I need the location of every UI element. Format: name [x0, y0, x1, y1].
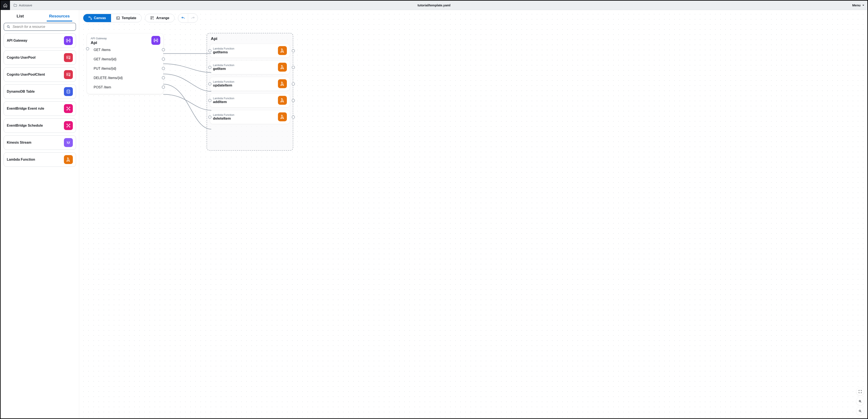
api-route[interactable]: DELETE /items/{id}: [91, 73, 159, 83]
resource-label: EventBridge Schedule: [7, 124, 43, 127]
cognito-icon: [64, 70, 73, 79]
resource-label: Kinesis Stream: [7, 141, 31, 145]
node-name: deleteItem: [213, 116, 234, 121]
output-port[interactable]: [292, 66, 295, 69]
lambda-icon: [278, 46, 287, 55]
zoom-out-button[interactable]: [856, 407, 864, 415]
output-port[interactable]: [162, 48, 165, 52]
output-port[interactable]: [162, 86, 165, 89]
node-lambda[interactable]: Lambda FunctionupdateItem: [210, 77, 290, 91]
resource-item[interactable]: API Gateway: [4, 33, 76, 48]
route-label: GET /items/{id}: [94, 57, 116, 61]
cognito-icon: [64, 53, 73, 62]
canvas-toolbar: Canvas Template Arrange: [83, 13, 198, 23]
resource-item[interactable]: EventBridge Schedule: [4, 118, 76, 133]
output-port[interactable]: [292, 99, 295, 102]
menu-button[interactable]: Menu: [852, 3, 865, 7]
lambda-icon: [278, 63, 287, 71]
svg-point-9: [69, 107, 70, 108]
resource-label: EventBridge Event rule: [7, 107, 44, 111]
input-port[interactable]: [208, 116, 212, 119]
canvas-icon: [88, 16, 92, 20]
node-category: API Gateway: [91, 37, 159, 40]
fit-icon: [859, 390, 862, 393]
output-port[interactable]: [162, 76, 165, 80]
node-lambda[interactable]: Lambda FunctiongetItems: [210, 44, 290, 58]
svg-rect-22: [152, 17, 153, 18]
canvas-area: Canvas Template Arrange: [79, 10, 867, 418]
node-lambda[interactable]: Lambda FunctiondeleteItem: [210, 110, 290, 124]
home-icon: [3, 3, 7, 7]
node-name: getItems: [213, 50, 234, 54]
resource-item[interactable]: Cognito UserPool: [4, 50, 76, 65]
input-port[interactable]: [208, 49, 212, 53]
zoom-in-button[interactable]: [856, 397, 864, 405]
output-port[interactable]: [292, 49, 295, 53]
svg-rect-18: [89, 17, 90, 18]
fit-view-button[interactable]: [856, 388, 864, 395]
connections: [79, 10, 867, 418]
api-route[interactable]: GET /items: [91, 45, 159, 54]
node-category: Lambda Function: [213, 80, 234, 83]
input-port[interactable]: [208, 83, 212, 86]
eventbridge-icon: [64, 121, 73, 130]
output-port[interactable]: [292, 116, 295, 119]
tab-list[interactable]: List: [1, 10, 40, 22]
node-name: updateItem: [213, 83, 234, 88]
view-canvas-button[interactable]: Canvas: [83, 14, 111, 22]
route-label: PUT /items/{id}: [94, 67, 116, 70]
output-port[interactable]: [292, 83, 295, 86]
svg-point-2: [67, 57, 68, 58]
zoom-in-icon: [859, 400, 862, 403]
view-template-button[interactable]: Template: [111, 14, 142, 22]
search-input[interactable]: [12, 25, 73, 29]
group-api[interactable]: Api Lambda FunctiongetItemsLambda Functi…: [207, 33, 293, 151]
main: List Resources API GatewayCognito UserPo…: [1, 10, 867, 418]
resource-item[interactable]: EventBridge Event rule: [4, 101, 76, 116]
api-route[interactable]: PUT /items/{id}: [91, 64, 159, 73]
api-route[interactable]: POST /item: [91, 83, 159, 92]
node-name: Api: [91, 40, 159, 45]
node-category: Lambda Function: [213, 113, 234, 116]
tab-resources[interactable]: Resources: [40, 10, 79, 22]
node-lambda[interactable]: Lambda FunctiongetItem: [210, 61, 290, 74]
output-port[interactable]: [162, 58, 165, 61]
resource-item[interactable]: Kinesis Stream: [4, 136, 76, 150]
redo-button[interactable]: [188, 13, 198, 23]
resource-item[interactable]: Lambda Function: [4, 152, 76, 167]
node-api-gateway[interactable]: API Gateway Api GET /itemsGET /items/{id…: [87, 33, 163, 94]
input-port[interactable]: [208, 99, 212, 102]
search-input-wrap[interactable]: [4, 23, 76, 31]
resource-label: Cognito UserPool: [7, 56, 35, 59]
resource-item[interactable]: DynamoDB Table: [4, 84, 76, 99]
sidebar-tabs: List Resources: [1, 10, 79, 22]
input-port[interactable]: [208, 66, 212, 69]
svg-point-14: [69, 124, 70, 125]
file-title: tutorial/template.yaml: [417, 3, 451, 7]
node-lambda[interactable]: Lambda FunctionaddItem: [210, 94, 290, 107]
output-port[interactable]: [162, 67, 165, 70]
svg-point-5: [67, 74, 68, 75]
folder-icon: [13, 3, 17, 7]
api-input-port[interactable]: [86, 47, 89, 50]
undo-button[interactable]: [178, 13, 188, 23]
view-template-label: Template: [122, 16, 136, 20]
chevron-down-icon: [862, 4, 865, 7]
redo-icon: [191, 16, 195, 20]
node-category: Lambda Function: [213, 97, 234, 100]
resource-item[interactable]: Cognito UserPoolClient: [4, 67, 76, 82]
view-segment: Canvas Template: [83, 14, 142, 22]
arrange-label: Arrange: [156, 16, 169, 20]
zoom-controls: [856, 388, 864, 415]
route-label: POST /item: [94, 85, 111, 89]
lambda-icon: [278, 79, 287, 88]
eventbridge-icon: [64, 104, 73, 113]
home-button[interactable]: [1, 1, 10, 10]
arrange-button[interactable]: Arrange: [145, 14, 175, 22]
svg-rect-21: [151, 17, 152, 18]
svg-point-17: [68, 125, 69, 126]
svg-point-16: [69, 126, 70, 127]
svg-rect-23: [151, 19, 152, 19]
api-route[interactable]: GET /items/{id}: [91, 54, 159, 64]
canvas[interactable]: API Gateway Api GET /itemsGET /items/{id…: [79, 10, 867, 418]
